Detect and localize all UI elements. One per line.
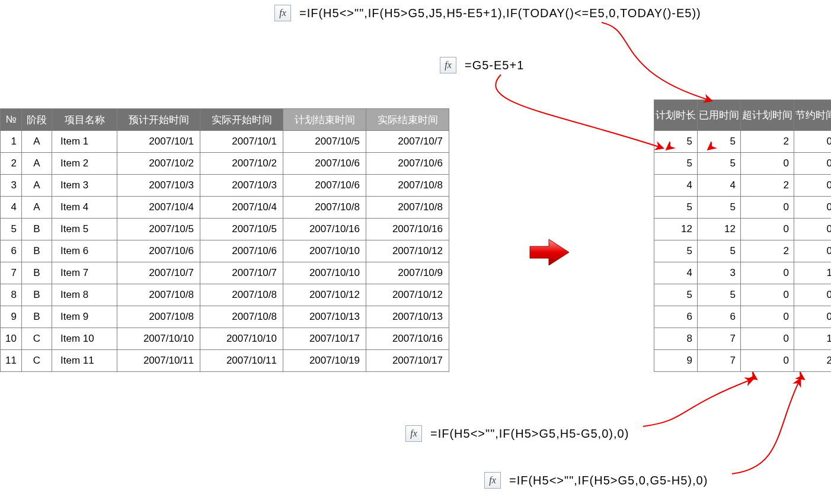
- t1-cell: Item 2: [52, 153, 117, 175]
- t2-cell: 4: [654, 175, 698, 197]
- t1-cell: 3: [1, 175, 22, 197]
- t1-cell: B: [22, 262, 52, 284]
- t1-header: 实际结束时间: [366, 109, 449, 131]
- t2-cell: 2: [741, 240, 794, 262]
- t1-cell: Item 7: [52, 262, 117, 284]
- formula-mid: fx =G5-E5+1: [440, 57, 524, 73]
- t2-cell: 5: [654, 240, 698, 262]
- t1-cell: 2007/10/8: [200, 306, 283, 328]
- t1-cell: Item 10: [52, 328, 117, 350]
- t1-cell: 2007/10/2: [200, 153, 283, 175]
- t1-cell: 8: [1, 284, 22, 306]
- t2-cell: 5: [698, 153, 741, 175]
- t2-cell: 0: [794, 306, 832, 328]
- fx-icon: fx: [440, 57, 456, 73]
- t2-cell: 0: [741, 306, 794, 328]
- t2-cell: 0: [794, 153, 832, 175]
- t1-cell: 2007/10/13: [283, 306, 366, 328]
- t2-cell: 0: [741, 219, 794, 240]
- t1-cell: Item 5: [52, 219, 117, 240]
- t1-cell: 2007/10/16: [366, 219, 449, 240]
- t1-cell: 6: [1, 240, 22, 262]
- t1-cell: 2007/10/3: [117, 175, 200, 197]
- t1-cell: B: [22, 306, 52, 328]
- t2-cell: 5: [698, 284, 741, 306]
- t1-cell: B: [22, 219, 52, 240]
- t2-cell: 9: [654, 350, 698, 372]
- formula-bottom-1: fx =IF(H5<>"",IF(H5>G5,H5-G5,0),0): [405, 425, 629, 442]
- t2-header: 计划时长: [654, 100, 698, 131]
- t1-cell: 2007/10/6: [283, 175, 366, 197]
- fx-icon: fx: [405, 425, 422, 442]
- t1-cell: 2007/10/13: [366, 306, 449, 328]
- t2-cell: 7: [698, 350, 741, 372]
- t1-cell: 5: [1, 219, 22, 240]
- arrow-right-icon: [529, 237, 570, 268]
- t1-cell: 2007/10/12: [366, 240, 449, 262]
- t1-cell: 2007/10/19: [283, 350, 366, 372]
- t1-cell: 2007/10/9: [366, 262, 449, 284]
- t1-cell: B: [22, 284, 52, 306]
- t2-cell: 0: [794, 240, 832, 262]
- t2-header: 节约时间: [794, 100, 832, 131]
- t2-cell: 5: [698, 240, 741, 262]
- t1-cell: Item 1: [52, 131, 117, 153]
- t2-cell: 0: [741, 153, 794, 175]
- t1-header: 预计开始时间: [117, 109, 200, 131]
- t1-cell: A: [22, 197, 52, 219]
- t1-cell: 2007/10/17: [283, 328, 366, 350]
- formula-bottom-2-text: =IF(H5<>"",IF(H5>G5,0,G5-H5),0): [509, 474, 708, 487]
- t2-cell: 12: [698, 219, 741, 240]
- t1-cell: 2007/10/17: [366, 350, 449, 372]
- t1-cell: 2007/10/16: [283, 219, 366, 240]
- t2-cell: 0: [741, 197, 794, 219]
- t1-cell: 2007/10/6: [117, 240, 200, 262]
- t2-cell: 1: [794, 262, 832, 284]
- t2-cell: 0: [794, 197, 832, 219]
- t1-cell: 2007/10/6: [200, 240, 283, 262]
- t2-cell: 0: [741, 262, 794, 284]
- t1-cell: 2: [1, 153, 22, 175]
- t1-cell: Item 3: [52, 175, 117, 197]
- t2-cell: 5: [654, 197, 698, 219]
- t1-cell: 2007/10/10: [117, 328, 200, 350]
- t2-cell: 0: [794, 284, 832, 306]
- t1-cell: 2007/10/6: [366, 153, 449, 175]
- t1-cell: 2007/10/1: [200, 131, 283, 153]
- t2-cell: 5: [654, 153, 698, 175]
- t1-cell: 2007/10/7: [117, 262, 200, 284]
- t1-cell: 2007/10/8: [366, 197, 449, 219]
- t2-cell: 5: [654, 284, 698, 306]
- t2-cell: 1: [794, 328, 832, 350]
- t2-cell: 0: [794, 219, 832, 240]
- t2-cell: 0: [794, 175, 832, 197]
- t1-header: №: [1, 109, 22, 131]
- t1-header: 项目名称: [52, 109, 117, 131]
- t1-cell: A: [22, 153, 52, 175]
- t1-cell: 11: [1, 350, 22, 372]
- source-table: №阶段项目名称预计开始时间实际开始时间计划结束时间实际结束时间1AItem 12…: [0, 108, 449, 372]
- t1-cell: 2007/10/8: [200, 284, 283, 306]
- formula-mid-text: =G5-E5+1: [465, 59, 524, 72]
- t1-cell: 7: [1, 262, 22, 284]
- fx-icon: fx: [274, 5, 291, 21]
- t1-cell: 2007/10/1: [117, 131, 200, 153]
- t1-cell: 10: [1, 328, 22, 350]
- t1-cell: 9: [1, 306, 22, 328]
- t2-cell: 0: [741, 284, 794, 306]
- t2-cell: 2: [794, 350, 832, 372]
- t1-cell: Item 9: [52, 306, 117, 328]
- t1-cell: 2007/10/5: [117, 219, 200, 240]
- t1-cell: 2007/10/12: [366, 284, 449, 306]
- result-table: 计划时长已用时间超计划时间节约时间55205500442055001212005…: [654, 99, 831, 372]
- t1-cell: 2007/10/2: [117, 153, 200, 175]
- t2-cell: 0: [741, 328, 794, 350]
- t2-cell: 5: [654, 131, 698, 153]
- t1-cell: 2007/10/11: [117, 350, 200, 372]
- t2-cell: 3: [698, 262, 741, 284]
- formula-top: fx =IF(H5<>"",IF(H5>G5,J5,H5-E5+1),IF(TO…: [274, 5, 701, 21]
- t2-cell: 0: [794, 131, 832, 153]
- t2-cell: 5: [698, 131, 741, 153]
- t2-header: 已用时间: [698, 100, 741, 131]
- formula-bottom-2: fx =IF(H5<>"",IF(H5>G5,0,G5-H5),0): [484, 472, 708, 489]
